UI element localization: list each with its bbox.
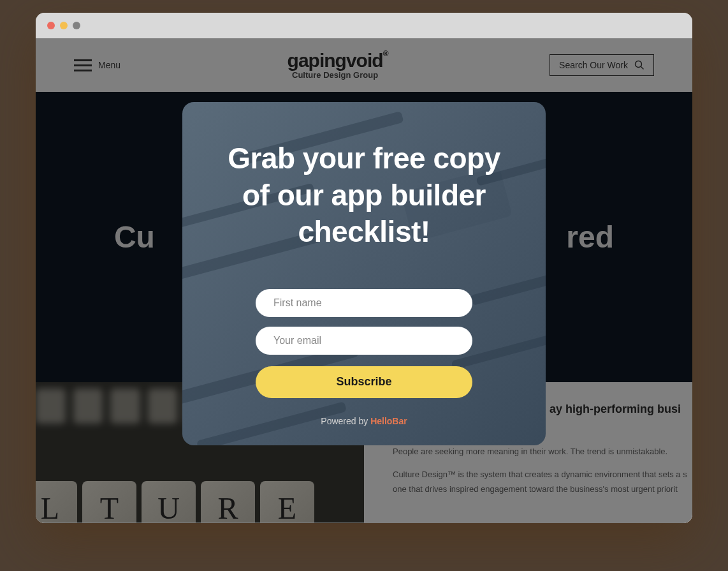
email-input[interactable]	[256, 327, 472, 355]
powered-by-prefix: Powered by	[321, 416, 370, 426]
hellobar-link[interactable]: HelloBar	[370, 416, 407, 426]
minimize-window-button[interactable]	[60, 22, 68, 29]
modal-overlay[interactable]: Grab your free copy of our app builder c…	[36, 38, 692, 523]
modal-footer: Powered by HelloBar	[217, 416, 511, 426]
close-window-button[interactable]	[47, 22, 55, 29]
modal: Grab your free copy of our app builder c…	[182, 102, 546, 445]
title-bar	[36, 13, 692, 38]
browser-window: Menu gapingvoid ® Culture Design Group S…	[36, 13, 692, 523]
first-name-input[interactable]	[256, 289, 472, 317]
maximize-window-button[interactable]	[73, 22, 80, 29]
subscribe-button[interactable]: Subscribe	[256, 366, 472, 398]
modal-title: Grab your free copy of our app builder c…	[217, 140, 511, 251]
page-content: Menu gapingvoid ® Culture Design Group S…	[36, 38, 692, 523]
